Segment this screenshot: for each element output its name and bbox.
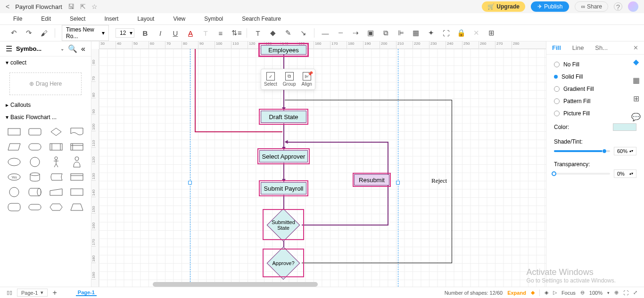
shape-diamond[interactable] [47, 125, 66, 138]
connector-icon[interactable]: ↘ [299, 29, 307, 37]
group-icon[interactable]: ⧉ [381, 29, 390, 37]
shape-rect2[interactable] [67, 185, 86, 199]
tab-line[interactable]: Line [572, 44, 584, 51]
rail-comment-icon[interactable]: 💬 [631, 113, 641, 121]
table-icon[interactable]: ⊞ [487, 29, 495, 37]
distribute-icon[interactable]: ▦ [412, 29, 420, 37]
share-button[interactable]: ∞ Share [575, 1, 608, 12]
rail-dashboard-icon[interactable]: ⊞ [633, 94, 639, 103]
shape-trapezoid[interactable] [67, 201, 86, 214]
shape-stadium[interactable] [25, 140, 44, 153]
arrow-style-icon[interactable]: ⇢ [351, 29, 360, 37]
shape-manual-input[interactable] [47, 185, 66, 199]
canvas-area[interactable]: 3040506070809010011012013014015016017018… [91, 41, 546, 287]
shape-circle2[interactable] [5, 185, 24, 199]
tools-icon[interactable]: ✕ [472, 29, 480, 37]
presentation-icon[interactable]: ▷ [553, 290, 557, 296]
format-painter-icon[interactable]: 🖌 [40, 29, 48, 37]
shape-hexagon[interactable] [47, 201, 66, 214]
line-style-icon[interactable]: — [321, 29, 330, 37]
text-tool-icon[interactable]: T [254, 29, 262, 37]
shape-rect[interactable] [5, 125, 24, 138]
shade-slider[interactable] [554, 150, 610, 152]
option-gradient-fill[interactable]: Gradient Fill [546, 83, 644, 95]
underline-icon[interactable]: U [171, 29, 180, 37]
chevron-down-icon[interactable]: ⌄ [60, 46, 64, 51]
zoom-in-icon[interactable]: ⊕ [614, 290, 619, 296]
context-select[interactable]: ✓Select [264, 72, 277, 87]
tab-fill[interactable]: Fill [552, 44, 561, 51]
node-submit-payroll[interactable]: Submit Payroll [261, 182, 306, 194]
dash-style-icon[interactable]: ┄ [336, 29, 345, 37]
shape-predefined[interactable] [47, 140, 66, 153]
node-resubmit[interactable]: Resubmit [354, 174, 389, 185]
save-icon[interactable]: 🖫 [68, 3, 74, 10]
shape-yes[interactable]: Yes [5, 170, 24, 184]
transparency-value[interactable]: 0%▴▾ [614, 169, 636, 178]
line-color-icon[interactable]: ✎ [284, 29, 292, 37]
menu-layout[interactable]: Layout [137, 16, 154, 22]
shape-ellipse[interactable] [5, 155, 24, 169]
bold-icon[interactable]: B [141, 29, 149, 37]
font-select[interactable]: Times New Ro... ▾ [62, 25, 109, 41]
shape-card[interactable] [67, 170, 86, 184]
back-button[interactable]: < [6, 3, 9, 10]
selection-handle[interactable] [396, 181, 400, 185]
shape-roundrect[interactable] [25, 125, 44, 138]
rail-layout-icon[interactable]: ▦ [633, 76, 640, 85]
shape-internal[interactable] [67, 140, 86, 153]
search-icon[interactable]: 🔍 [68, 44, 77, 53]
library-icon[interactable]: ☰ [6, 44, 12, 53]
color-swatch[interactable] [613, 123, 636, 131]
crop-icon[interactable]: ⛶ [442, 29, 450, 37]
shade-value[interactable]: 60%▴▾ [614, 147, 636, 155]
align-objects-icon[interactable]: ⊫ [396, 29, 405, 37]
font-size-select[interactable]: 12 ▾ [116, 28, 134, 38]
align-left-icon[interactable]: ≡ [216, 29, 225, 37]
shape-cylinder[interactable] [25, 170, 44, 184]
menu-select[interactable]: Select [70, 16, 85, 22]
tab-shadow[interactable]: Sh... [595, 44, 608, 51]
shape-storage[interactable] [47, 170, 66, 184]
upgrade-button[interactable]: 🛒 Upgrade [482, 1, 525, 12]
shape-actor[interactable] [47, 155, 66, 169]
export-icon[interactable]: ⇱ [80, 3, 86, 10]
effects-icon[interactable]: ✦ [427, 29, 435, 37]
option-picture-fill[interactable]: Picture Fill [546, 107, 644, 120]
menu-edit[interactable]: Edit [41, 16, 51, 22]
menu-symbol[interactable]: Symbol [204, 16, 223, 22]
lock-icon[interactable]: 🔒 [457, 29, 465, 37]
shape-person[interactable] [67, 155, 86, 169]
layer-icon[interactable]: ▣ [366, 29, 375, 37]
section-collect[interactable]: ▾ collect [0, 56, 91, 69]
menu-search[interactable]: Search Feature [242, 16, 281, 22]
outline-icon[interactable]: ▯▯ [7, 290, 12, 296]
menu-insert[interactable]: Insert [104, 16, 118, 22]
fullscreen-icon[interactable]: ⤢ [633, 290, 637, 296]
section-callouts[interactable]: ▸ Callouts [0, 99, 91, 111]
drag-zone[interactable]: ⊕ Drag Here [9, 72, 82, 95]
layers-icon[interactable]: ◈ [545, 290, 548, 296]
redo-icon[interactable]: ↷ [25, 29, 33, 37]
collapse-icon[interactable]: « [81, 45, 85, 53]
shape-display[interactable] [5, 201, 24, 214]
shape-parallelogram[interactable] [5, 140, 24, 153]
shape-cylinder-side[interactable] [25, 185, 44, 199]
zoom-level[interactable]: 100% [589, 290, 603, 296]
publish-button[interactable]: ✈ Publish [531, 1, 569, 12]
font-color-icon[interactable]: A [186, 29, 195, 37]
shape-document[interactable] [67, 125, 86, 138]
node-draft-state[interactable]: Draft State [261, 111, 306, 123]
fill-icon[interactable]: ◆ [269, 29, 277, 37]
node-approve[interactable]: Approve? [272, 251, 295, 275]
focus-button[interactable]: Focus [561, 290, 576, 296]
selection-handle[interactable] [188, 181, 192, 185]
expand-link[interactable]: Expand [507, 290, 526, 296]
undo-icon[interactable]: ↶ [9, 29, 18, 37]
option-solid-fill[interactable]: Solid Fill [546, 71, 644, 83]
node-submitted-state[interactable]: Submitted State [272, 213, 295, 237]
page-tab[interactable]: Page-1 [76, 290, 97, 296]
add-page-button[interactable]: + [52, 289, 57, 297]
menu-view[interactable]: View [173, 16, 185, 22]
node-employees[interactable]: Employees [261, 45, 306, 55]
